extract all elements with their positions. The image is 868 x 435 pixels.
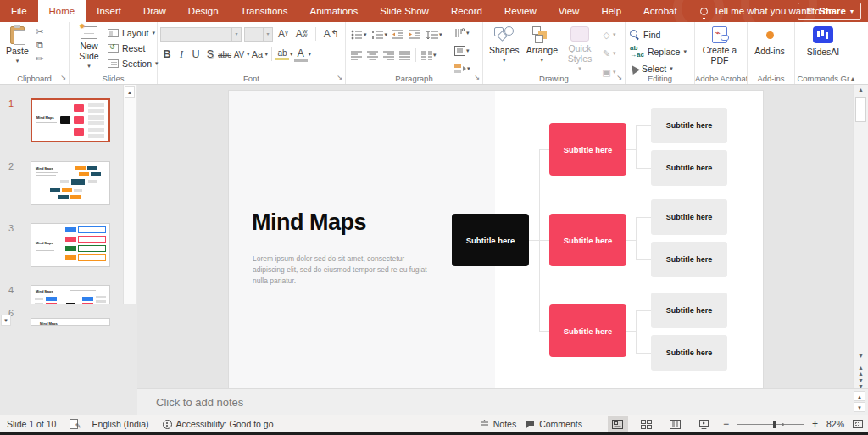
notes-scrollbar[interactable]: ▲ ▼ xyxy=(854,391,867,414)
bold-button[interactable]: B xyxy=(160,48,174,60)
align-center-button[interactable] xyxy=(364,47,381,63)
add-ins-button[interactable]: Add-ins xyxy=(750,25,789,75)
zoom-in-button[interactable]: + xyxy=(812,418,818,430)
tab-home[interactable]: Home xyxy=(38,0,86,22)
chevron-down-icon[interactable]: ▾ xyxy=(231,28,241,41)
slide-body-text[interactable]: Lorem ipsum dolor sed do sit amet, conse… xyxy=(253,254,427,287)
zoom-slider-thumb[interactable] xyxy=(773,421,776,428)
slide-canvas[interactable]: Mind Maps Lorem ipsum dolor sed do sit a… xyxy=(229,91,763,388)
mindmap-branch-node[interactable]: Subtitle here xyxy=(549,214,626,266)
notes-toggle[interactable]: Notes xyxy=(480,419,516,429)
tab-acrobat[interactable]: Acrobat xyxy=(632,0,688,22)
align-left-button[interactable] xyxy=(348,47,364,63)
slide-sorter-view-button[interactable] xyxy=(637,416,657,432)
scroll-down-arrow-icon[interactable]: ▼ xyxy=(854,402,865,412)
increase-font-size-button[interactable]: Aʸ xyxy=(275,26,291,42)
align-right-button[interactable] xyxy=(381,47,397,63)
notes-placeholder[interactable]: Click to add notes xyxy=(156,396,243,409)
chevron-down-icon[interactable]: ▾ xyxy=(263,28,272,41)
zoom-out-button[interactable]: − xyxy=(723,418,729,430)
quick-styles-button[interactable]: Quick Styles ▾ xyxy=(561,25,598,75)
line-spacing-button[interactable]: ▾ xyxy=(424,27,445,42)
highlight-color-button[interactable]: ab xyxy=(275,48,289,60)
scrollbar-thumb[interactable] xyxy=(855,97,866,122)
chevron-down-icon[interactable]: ▾ xyxy=(309,51,312,58)
font-color-button[interactable]: A xyxy=(294,47,308,62)
vertical-scrollbar[interactable]: ▲ ▼ ▲▲ ▼▼ xyxy=(853,85,868,388)
fit-slide-to-window-button[interactable] xyxy=(853,420,863,428)
normal-view-button[interactable] xyxy=(608,416,628,432)
thumbnail-slide-1[interactable]: 1 Mind Maps xyxy=(0,98,119,146)
drawing-dialog-launcher[interactable]: ↘ xyxy=(615,74,623,82)
share-button[interactable]: 🗏 Share ▾ xyxy=(798,3,861,20)
slide-indicator[interactable]: Slide 1 of 10 xyxy=(7,419,56,429)
chevron-down-icon[interactable]: ▾ xyxy=(290,51,293,58)
collapse-ribbon-button[interactable]: ▴ xyxy=(851,75,854,82)
tab-draw[interactable]: Draw xyxy=(132,0,177,22)
scroll-down-arrow-icon[interactable]: ▼ xyxy=(854,353,868,359)
thumbnail-slide-6[interactable]: 6 Mind Maps xyxy=(0,304,119,330)
scroll-up-arrow-icon[interactable]: ▲ xyxy=(854,86,868,92)
layout-button[interactable]: Layout ▾ xyxy=(106,25,160,41)
increase-indent-button[interactable] xyxy=(407,27,424,42)
tab-animations[interactable]: Animations xyxy=(298,0,369,22)
mindmap-leaf-node[interactable]: Subtitle here xyxy=(651,242,727,277)
slidesai-button[interactable]: SlidesAI xyxy=(798,25,849,75)
replace-button[interactable]: ab→ac Replace ▾ xyxy=(628,44,688,59)
reading-view-button[interactable] xyxy=(665,416,686,432)
decrease-indent-button[interactable] xyxy=(390,27,407,42)
chevron-down-icon[interactable]: ▾ xyxy=(265,51,269,58)
numbering-button[interactable]: ▾ xyxy=(370,27,391,42)
thumbnail-slide-3[interactable]: 3 Mind Maps xyxy=(0,223,119,270)
strikethrough-button[interactable]: abc xyxy=(218,50,231,59)
scroll-up-arrow-icon[interactable]: ▲ xyxy=(854,391,865,401)
create-pdf-button[interactable]: Create a PDF xyxy=(698,25,742,75)
comments-toggle[interactable]: Comments xyxy=(525,419,582,429)
tab-view[interactable]: View xyxy=(548,0,591,22)
tab-help[interactable]: Help xyxy=(590,0,632,22)
tab-insert[interactable]: Insert xyxy=(86,0,132,22)
reset-button[interactable]: Reset xyxy=(106,41,160,56)
chevron-down-icon[interactable]: ▾ xyxy=(247,51,250,58)
shape-fill-button[interactable]: ◇▾ xyxy=(598,27,619,42)
change-case-button[interactable]: Aa xyxy=(251,49,264,59)
previous-slide-button[interactable]: ▲▲ xyxy=(854,365,868,376)
new-slide-button[interactable]: New Slide ▾ xyxy=(72,25,106,75)
text-direction-button[interactable]: ▾ xyxy=(452,25,473,41)
mindmap-leaf-node[interactable]: Subtitle here xyxy=(651,150,727,186)
accessibility-status[interactable]: Accessibility: Good to go xyxy=(163,419,274,429)
clipboard-dialog-launcher[interactable]: ↘ xyxy=(58,74,67,82)
shapes-button[interactable]: Shapes ▾ xyxy=(486,25,523,75)
scroll-down-arrow-icon[interactable]: ▼ xyxy=(1,315,11,326)
tab-file[interactable]: File xyxy=(0,0,38,22)
next-slide-button[interactable]: ▼▼ xyxy=(854,377,868,389)
tab-record[interactable]: Record xyxy=(440,0,493,22)
mindmap-branch-node[interactable]: Subtitle here xyxy=(549,123,626,176)
font-dialog-launcher[interactable]: ↘ xyxy=(335,74,343,82)
mindmap-root-node[interactable]: Subtitle here xyxy=(452,214,529,266)
character-spacing-button[interactable]: AV xyxy=(232,50,246,59)
align-text-button[interactable]: ▾ xyxy=(452,43,473,59)
columns-button[interactable]: ▾ xyxy=(419,47,439,63)
font-name-combo[interactable]: ▾ xyxy=(160,27,242,42)
paste-button[interactable]: Paste ▾ xyxy=(3,25,32,75)
mindmap-leaf-node[interactable]: Subtitle here xyxy=(651,335,727,371)
arrange-button[interactable]: Arrange ▾ xyxy=(523,25,561,75)
font-size-combo[interactable]: ▾ xyxy=(244,27,273,42)
bullets-button[interactable]: ▾ xyxy=(348,27,370,42)
section-button[interactable]: Section ▾ xyxy=(106,56,160,71)
clear-formatting-button[interactable]: A↰ xyxy=(321,26,342,42)
mindmap-leaf-node[interactable]: Subtitle here xyxy=(651,108,727,143)
paragraph-dialog-launcher[interactable]: ↘ xyxy=(472,74,481,82)
shape-outline-button[interactable]: ✎▾ xyxy=(598,46,619,61)
spell-check-icon[interactable] xyxy=(70,419,78,429)
tab-transitions[interactable]: Transitions xyxy=(230,0,299,22)
italic-button[interactable]: I xyxy=(175,48,188,61)
notes-pane[interactable]: Click to add notes ▲ ▼ xyxy=(137,388,868,415)
text-shadow-button[interactable]: S xyxy=(203,48,217,60)
mindmap-leaf-node[interactable]: Subtitle here xyxy=(651,199,727,235)
cut-icon[interactable]: ✂ xyxy=(34,25,46,37)
tab-review[interactable]: Review xyxy=(493,0,548,22)
mindmap-branch-node[interactable]: Subtitle here xyxy=(549,304,626,357)
copy-icon[interactable]: ⧉ xyxy=(34,39,46,51)
